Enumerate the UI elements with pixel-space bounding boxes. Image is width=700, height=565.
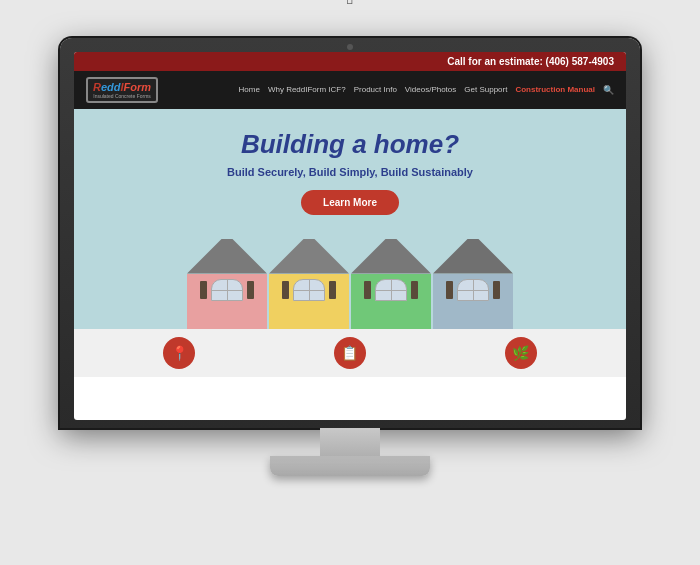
houses-row xyxy=(74,239,626,329)
nav-items: Home Why ReddIForm ICF? Product Info Vid… xyxy=(176,85,614,95)
house-blue xyxy=(433,239,513,329)
facade-green xyxy=(351,274,431,329)
site-logo[interactable]: ReddIForm Insulated Concrete Forms xyxy=(86,77,158,103)
house-green xyxy=(351,239,431,329)
apple-logo:  xyxy=(346,0,353,9)
shutter-left-pink xyxy=(200,281,207,299)
roof-yellow xyxy=(269,239,349,274)
roof-pink xyxy=(187,239,267,274)
window-yellow xyxy=(293,279,325,301)
monitor-neck xyxy=(320,428,380,456)
roof-green xyxy=(351,239,431,274)
window-pink xyxy=(211,279,243,301)
facade-yellow xyxy=(269,274,349,329)
site-nav: ReddIForm Insulated Concrete Forms Home … xyxy=(74,71,626,109)
house-pink xyxy=(187,239,267,329)
screen: Call for an estimate: (406) 587-4903 Red… xyxy=(74,52,626,420)
shutter-right-yellow xyxy=(329,281,336,299)
feature-icon-3[interactable]: 🌿 xyxy=(505,337,537,369)
nav-home[interactable]: Home xyxy=(239,85,260,94)
window-group-blue xyxy=(446,279,500,301)
facade-pink xyxy=(187,274,267,329)
feature-icon-1[interactable]: 📍 xyxy=(163,337,195,369)
shutter-left-blue xyxy=(446,281,453,299)
shutter-right-blue xyxy=(493,281,500,299)
features-row: 📍 📋 🌿 xyxy=(74,329,626,377)
screen-bezel: Call for an estimate: (406) 587-4903 Red… xyxy=(60,38,640,428)
shutter-right-green xyxy=(411,281,418,299)
window-blue xyxy=(457,279,489,301)
shutter-left-yellow xyxy=(282,281,289,299)
nav-construction[interactable]: Construction Manual xyxy=(515,85,595,94)
camera-dot xyxy=(347,44,353,50)
top-bar: Call for an estimate: (406) 587-4903 xyxy=(74,52,626,71)
window-green xyxy=(375,279,407,301)
hero-subtitle: Build Securely, Build Simply, Build Sust… xyxy=(94,166,606,178)
logo-main: ReddIForm xyxy=(93,81,151,93)
nav-videos[interactable]: Videos/Photos xyxy=(405,85,456,94)
top-bar-text: Call for an estimate: (406) 587-4903 xyxy=(447,56,614,67)
house-yellow xyxy=(269,239,349,329)
search-icon[interactable]: 🔍 xyxy=(603,85,614,95)
learn-more-button[interactable]: Learn More xyxy=(301,190,399,215)
facade-blue xyxy=(433,274,513,329)
window-group-yellow xyxy=(282,279,336,301)
window-group-green xyxy=(364,279,418,301)
window-group-pink xyxy=(200,279,254,301)
nav-why[interactable]: Why ReddIForm ICF? xyxy=(268,85,346,94)
nav-support[interactable]: Get Support xyxy=(464,85,507,94)
hero-section: Building a home? Build Securely, Build S… xyxy=(74,109,626,239)
logo-sub: Insulated Concrete Forms xyxy=(93,93,151,99)
nav-product[interactable]: Product Info xyxy=(354,85,397,94)
shutter-left-green xyxy=(364,281,371,299)
monitor-stand:  xyxy=(270,456,430,476)
hero-title: Building a home? xyxy=(94,129,606,160)
shutter-right-pink xyxy=(247,281,254,299)
roof-blue xyxy=(433,239,513,274)
feature-icon-2[interactable]: 📋 xyxy=(334,337,366,369)
monitor: Call for an estimate: (406) 587-4903 Red… xyxy=(60,38,640,528)
